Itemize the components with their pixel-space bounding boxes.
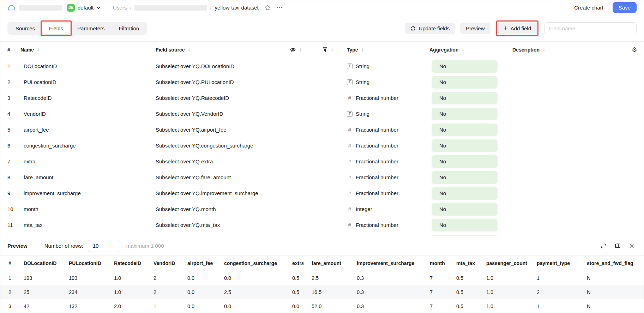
preview-header-row: #DOLocationIDPULocationIDRatecodeIDVendo… [0, 256, 644, 271]
aggregation-select[interactable]: No [432, 203, 498, 216]
preview-col-header: congestion_surcharge [216, 256, 284, 271]
aggregation-select[interactable]: No [432, 60, 498, 73]
preview-cell: 2.5 [303, 271, 349, 285]
col-header-settings: ⚙ [624, 47, 644, 53]
field-row-index: 2 [0, 79, 16, 85]
expand-icon [601, 243, 606, 249]
expand-preview-button[interactable] [598, 241, 608, 251]
redacted-breadcrumb-folder[interactable] [134, 5, 207, 11]
field-row[interactable]: 3RatecodeIDSubselect over YQ.RatecodeID#… [0, 90, 644, 106]
field-row[interactable]: 8fare_amountSubselect over YQ.fare_amoun… [0, 169, 644, 185]
col-header-type[interactable]: Type ↓ [347, 47, 429, 53]
more-actions-button[interactable]: ••• [276, 4, 284, 11]
aggregation-select[interactable]: No [432, 187, 498, 200]
tab-fields[interactable]: Fields [42, 23, 70, 34]
tab-parameters[interactable]: Parameters [70, 23, 112, 34]
field-source: Subselect over YQ.month [156, 206, 290, 212]
dock-preview-button[interactable] [613, 241, 622, 251]
aggregation-select[interactable]: No [432, 171, 498, 184]
breadcrumb-separator: / [210, 5, 211, 11]
sort-arrow-icon: ↓ [361, 47, 365, 53]
preview-cell: 0.0 [216, 271, 284, 285]
field-type: #Fractional number [347, 95, 429, 101]
field-row-index: 7 [0, 158, 16, 164]
preview-col-header: DOLocationID [16, 256, 61, 271]
col-header-name[interactable]: Name ↓ [16, 47, 156, 53]
sort-arrow-icon: ↓ [330, 47, 334, 53]
preview-toggle-button[interactable]: Preview [460, 23, 490, 34]
field-type-label: Integer [356, 206, 372, 212]
aggregation-select[interactable]: No [432, 219, 498, 231]
add-field-button[interactable]: + Add field [498, 23, 537, 34]
aggregation-select[interactable]: No [432, 124, 498, 136]
save-button[interactable]: Save [613, 2, 637, 13]
close-preview-button[interactable] [627, 241, 637, 251]
breadcrumb: Users / / yellow-taxi-dataset [113, 5, 259, 11]
aggregation-select[interactable]: No [432, 108, 498, 120]
create-chart-button[interactable]: Create chart [574, 5, 603, 11]
field-row[interactable]: 6congestion_surchargeSubselect over YQ.c… [0, 138, 644, 154]
gear-icon[interactable]: ⚙ [632, 47, 637, 53]
update-fields-label: Update fields [419, 25, 450, 31]
breadcrumb-users[interactable]: Users [113, 5, 127, 11]
favorite-button[interactable] [264, 4, 272, 12]
preview-cell: 2 [145, 271, 179, 285]
tab-sources[interactable]: Sources [8, 23, 42, 34]
max-rows-hint: maximum 1 000 [126, 243, 164, 249]
fields-table: # Name ↓ Field source ↓ ↓ [0, 41, 644, 236]
preview-cell: 1.0 [106, 271, 145, 285]
field-name: congestion_surcharge [16, 143, 156, 149]
close-icon [629, 243, 634, 248]
col-header-field-source[interactable]: Field source ↓ [156, 47, 290, 53]
field-row[interactable]: 10monthSubselect over YQ.month#IntegerNo [0, 201, 644, 217]
number-of-rows-input[interactable] [88, 240, 120, 252]
field-aggregation-cell: No [429, 60, 512, 73]
field-name: fare_amount [16, 174, 156, 180]
refresh-icon [410, 26, 416, 31]
preview-cell: 0.5 [448, 299, 478, 313]
field-name-search-input[interactable] [544, 22, 637, 34]
aggregation-select[interactable] [432, 235, 498, 236]
preview-cell: 1 [529, 271, 579, 285]
field-row[interactable]: 9improvement_surchargeSubselect over YQ.… [0, 185, 644, 201]
field-type-label: String [356, 63, 369, 69]
preview-cell: 2.0 [106, 299, 145, 313]
field-row[interactable]: 7extraSubselect over YQ.extra#Fractional… [0, 154, 644, 169]
field-name: VendorID [16, 111, 156, 117]
field-row[interactable]: 4VendorIDSubselect over YQ.VendorIDTStri… [0, 106, 644, 122]
preview-data-row: 3421322.010.00.00.052.00.370.51.01N [0, 299, 644, 313]
col-header-index: # [0, 47, 16, 53]
preview-cell: 52.0 [303, 299, 349, 313]
field-name: improvement_surcharge [16, 190, 156, 196]
preview-cell: 16.5 [303, 285, 349, 299]
preview-cell: 1.0 [106, 285, 145, 299]
divider [107, 3, 107, 12]
preview-col-header: # [0, 256, 16, 271]
field-row[interactable]: 2PULocationIDSubselect over YQ.PULocatio… [0, 74, 644, 90]
sort-arrow-icon: ↓ [299, 47, 302, 53]
aggregation-select[interactable]: No [432, 76, 498, 89]
top-bar: DE default Users / / yellow-taxi-dataset [0, 0, 644, 15]
field-row[interactable]: 1DOLocationIDSubselect over YQ.DOLocatio… [0, 58, 644, 74]
field-row[interactable]: 11mta_taxSubselect over YQ.mta_tax#Fract… [0, 217, 644, 233]
tab-filtration[interactable]: Filtration [112, 23, 146, 34]
preview-cell: 0.0 [179, 299, 216, 313]
col-header-visibility[interactable]: ↓ [290, 47, 322, 53]
redacted-workspace-name[interactable] [19, 5, 62, 11]
tenant-switcher[interactable]: default [78, 5, 101, 11]
preview-cell: 0.0 [284, 299, 303, 313]
update-fields-button[interactable]: Update fields [405, 23, 456, 34]
string-type-icon: T [347, 79, 353, 85]
preview-cell: N [579, 299, 644, 313]
col-header-filter[interactable]: ↓ [322, 47, 347, 53]
preview-cell: N [579, 285, 644, 299]
number-of-rows-label: Number of rows: [44, 243, 83, 249]
field-row[interactable]: 5airport_feeSubselect over YQ.airport_fe… [0, 122, 644, 138]
preview-cell: 0.3 [349, 299, 422, 313]
col-header-aggregation[interactable]: Aggregation ↓ [429, 47, 512, 53]
aggregation-select[interactable]: No [432, 139, 498, 152]
eye-off-icon [290, 47, 296, 53]
col-header-description[interactable]: Description ↓ [512, 47, 624, 53]
aggregation-select[interactable]: No [432, 92, 498, 104]
aggregation-select[interactable]: No [432, 155, 498, 168]
